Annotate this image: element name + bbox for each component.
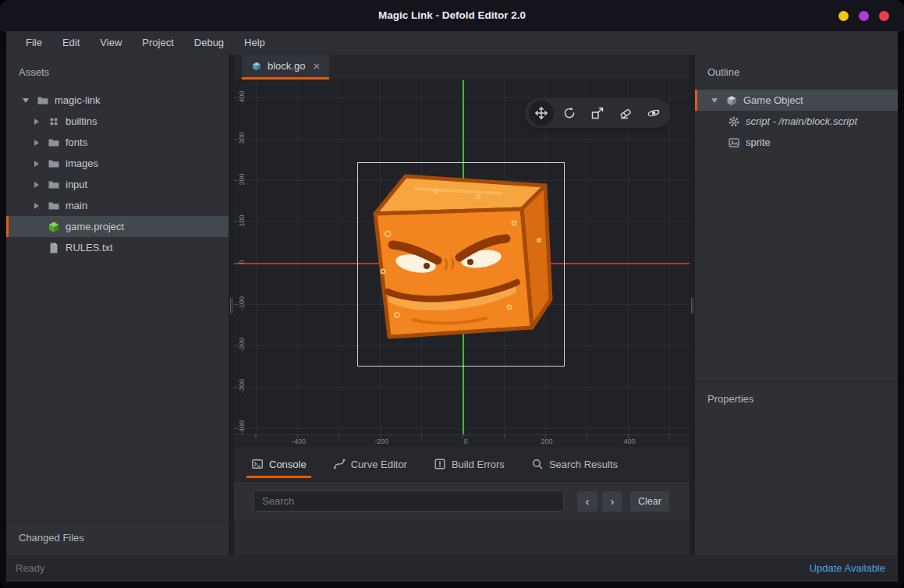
asset-item-main[interactable]: main	[6, 195, 229, 216]
changed-files-section[interactable]: Changed Files	[6, 521, 229, 555]
asset-item-magic-link[interactable]: magic-link	[6, 90, 229, 111]
console-search-bar: ‹ › Clear	[234, 482, 690, 521]
changed-files-header: Changed Files	[6, 522, 229, 554]
tab-curve-editor[interactable]: Curve Editor	[333, 447, 407, 481]
tab-console[interactable]: Console	[251, 447, 307, 481]
minimize-button[interactable]	[838, 11, 849, 21]
move-icon	[534, 106, 548, 120]
properties-header: Properties	[695, 381, 898, 413]
menu-debug[interactable]: Debug	[184, 31, 234, 55]
asset-item-label: magic-link	[55, 94, 101, 106]
asset-item-label: main	[66, 200, 87, 211]
eraser-icon	[619, 106, 633, 120]
menu-file[interactable]: File	[16, 31, 52, 55]
outline-item-game-object[interactable]: Game Object	[695, 90, 898, 111]
tab-label: Build Errors	[452, 459, 505, 470]
outline-item-label: Game Object	[743, 94, 803, 106]
editor-tabbar: block.go ×	[234, 55, 690, 80]
menu-project[interactable]: Project	[132, 31, 183, 55]
tab-block-go[interactable]: block.go ×	[242, 55, 329, 80]
asset-item-builtins[interactable]: builtins	[6, 111, 229, 132]
ruler-label: 200	[238, 167, 246, 192]
search-input[interactable]	[253, 491, 564, 512]
disclosure-triangle[interactable]	[31, 179, 42, 190]
outline-header: Outline	[695, 55, 898, 87]
statusbar: Ready Update Available	[6, 555, 898, 582]
scale-tool-button[interactable]	[585, 101, 610, 126]
tab-label: Search Results	[549, 459, 618, 470]
disclosure-triangle[interactable]	[20, 95, 31, 106]
menu-edit[interactable]: Edit	[52, 31, 90, 55]
defold-editor-window: Magic Link - Defold Editor 2.0 File Edit…	[0, 0, 904, 588]
build-error-icon	[434, 458, 446, 470]
menu-view[interactable]: View	[90, 31, 132, 55]
ruler-label: 0	[238, 250, 246, 275]
game-object-icon	[725, 94, 738, 107]
script-gear-icon	[728, 115, 740, 128]
update-available-link[interactable]: Update Available	[810, 555, 885, 582]
search-prev-button[interactable]: ‹	[577, 491, 597, 512]
move-tool-button[interactable]	[529, 101, 554, 126]
disclosure-triangle[interactable]	[31, 137, 42, 148]
disclosure-triangle[interactable]	[709, 95, 720, 106]
orbit-tool-button[interactable]	[641, 101, 666, 126]
sprite-icon	[728, 136, 740, 149]
disclosure-spacer	[31, 243, 42, 253]
builtins-icon	[48, 115, 60, 128]
assets-panel: Assets magic-link builtins fonts	[6, 55, 229, 555]
outline-item-label: script - /main/block.script	[746, 115, 857, 127]
outline-tree: Game Object script - /main/block.script …	[695, 90, 898, 153]
window-title: Magic Link - Defold Editor 2.0	[0, 0, 904, 31]
asset-item-label: game.project	[66, 221, 124, 232]
asset-item-fonts[interactable]: fonts	[6, 132, 229, 153]
scale-icon	[590, 106, 604, 120]
disclosure-triangle[interactable]	[31, 200, 42, 211]
folder-icon	[48, 158, 60, 170]
asset-item-label: input	[66, 179, 87, 190]
asset-item-input[interactable]: input	[6, 174, 229, 195]
asset-item-game-project[interactable]: game.project	[6, 216, 229, 237]
text-file-icon	[48, 242, 60, 254]
asset-item-rules-txt[interactable]: RULES.txt	[6, 237, 229, 258]
game-object-icon	[251, 61, 262, 72]
asset-item-label: images	[66, 158, 98, 169]
outline-item-script[interactable]: script - /main/block.script	[695, 111, 898, 132]
asset-item-label: fonts	[66, 136, 87, 148]
ruler-label: 100	[238, 208, 246, 233]
eraser-tool-button[interactable]	[613, 101, 638, 126]
ruler-label: -200	[238, 332, 246, 357]
search-next-button[interactable]: ›	[602, 491, 622, 512]
disclosure-triangle[interactable]	[31, 116, 42, 127]
tab-build-errors[interactable]: Build Errors	[434, 447, 505, 481]
assets-tree: magic-link builtins fonts images	[6, 90, 229, 258]
bottom-tabbar: Console Curve Editor Build Errors Search…	[234, 447, 690, 482]
splitter-right[interactable]	[690, 55, 695, 555]
editor-panel: block.go ×	[234, 55, 690, 555]
disclosure-triangle[interactable]	[31, 158, 42, 169]
maximize-button[interactable]	[859, 11, 869, 21]
tab-label: Curve Editor	[351, 459, 407, 470]
tab-label: Console	[269, 459, 307, 470]
console-output[interactable]	[234, 521, 690, 555]
outline-panel: Outline Game Object script - /main/block…	[695, 55, 898, 555]
folder-icon	[48, 179, 60, 191]
ruler-label: 400	[616, 437, 643, 445]
splitter-left[interactable]	[229, 55, 234, 555]
menu-help[interactable]: Help	[234, 31, 275, 55]
folder-icon	[37, 94, 49, 107]
search-icon	[531, 458, 544, 470]
rotate-icon	[562, 106, 576, 120]
titlebar[interactable]: Magic Link - Defold Editor 2.0	[0, 0, 904, 31]
close-button[interactable]	[879, 11, 889, 21]
tab-close-icon[interactable]: ×	[313, 59, 320, 73]
orbit-icon	[647, 106, 661, 120]
outline-item-label: sprite	[746, 136, 771, 148]
rotate-tool-button[interactable]	[557, 101, 582, 126]
asset-item-images[interactable]: images	[6, 153, 229, 174]
asset-item-label: builtins	[66, 115, 97, 127]
outline-item-sprite[interactable]: sprite	[695, 132, 898, 153]
clear-button[interactable]: Clear	[630, 491, 669, 512]
block-sprite[interactable]	[361, 165, 561, 362]
tab-search-results[interactable]: Search Results	[531, 447, 618, 481]
scene-viewport[interactable]: 400 300 200 100 0 -100 -200 -300 -400 -4…	[234, 80, 690, 447]
